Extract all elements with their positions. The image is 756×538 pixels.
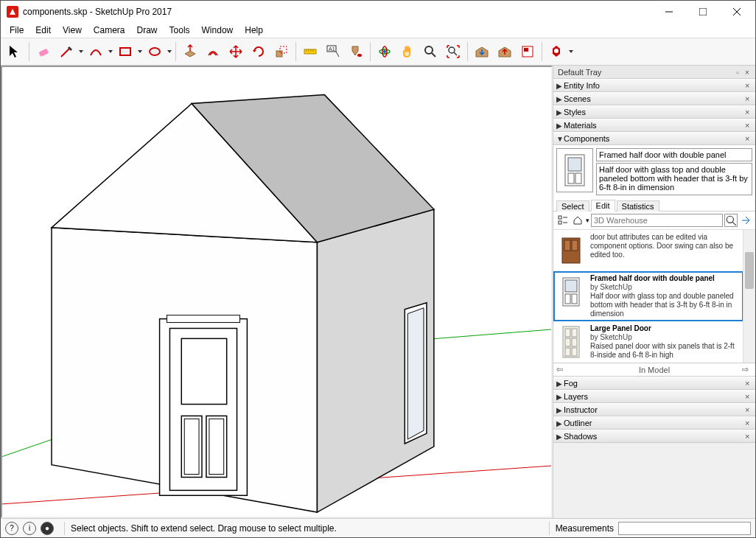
menu-camera[interactable]: Camera (88, 24, 131, 36)
search-input[interactable] (591, 214, 723, 227)
list-item-thumb (556, 233, 586, 268)
svg-rect-3 (699, 8, 707, 15)
component-desc-input[interactable]: Half door with glass top and double pane… (596, 163, 752, 195)
menu-draw[interactable]: Draw (131, 24, 164, 36)
minimize-button[interactable] (652, 1, 686, 23)
layout-tool[interactable] (517, 41, 539, 63)
paint-tool[interactable] (345, 41, 367, 63)
app-icon (7, 6, 18, 18)
svg-point-8 (150, 48, 160, 55)
warehouse-get-tool[interactable] (471, 41, 493, 63)
scrollbar-thumb[interactable] (745, 252, 754, 289)
svg-marker-45 (407, 308, 424, 439)
toolbar: A1 (1, 38, 755, 66)
tray-title-label: Default Tray (558, 68, 601, 77)
menu-view[interactable]: View (57, 24, 88, 36)
list-item[interactable]: Framed half door with double panel by Sk… (553, 271, 743, 321)
nav-fwd-icon[interactable]: ⇨ (742, 365, 752, 374)
panel-scenes[interactable]: ▶Scenes× (553, 92, 755, 105)
list-item[interactable]: door but attributes can be edited via co… (553, 230, 743, 271)
panel-styles[interactable]: ▶Styles× (553, 105, 755, 119)
zoom-extents-tool[interactable] (442, 41, 464, 63)
line-tool[interactable] (55, 41, 77, 63)
svg-rect-11 (304, 49, 316, 54)
panel-layers[interactable]: ▶Layers× (553, 390, 755, 403)
offset-tool[interactable] (202, 41, 224, 63)
components-list[interactable]: door but attributes can be edited via co… (553, 230, 755, 363)
panel-entity-info[interactable]: ▶Entity Info× (553, 79, 755, 92)
panel-components[interactable]: ▼Components× (553, 132, 755, 145)
svg-rect-42 (184, 419, 199, 474)
pan-tool[interactable] (396, 41, 419, 63)
orbit-tool[interactable] (374, 41, 396, 63)
list-item-thumb (556, 274, 586, 310)
warehouse-send-tool[interactable] (494, 41, 516, 63)
svg-rect-50 (559, 216, 561, 219)
rect-dropdown[interactable] (137, 41, 143, 63)
menu-help[interactable]: Help (239, 24, 269, 36)
svg-rect-27 (524, 48, 528, 52)
scale-tool[interactable] (270, 41, 293, 63)
menubar: File Edit View Camera Draw Tools Window … (1, 23, 755, 38)
panel-materials[interactable]: ▶Materials× (553, 119, 755, 132)
menu-edit[interactable]: Edit (29, 24, 57, 36)
tab-edit[interactable]: Edit (591, 200, 615, 212)
tray-close-icon[interactable]: × (743, 69, 751, 76)
search-button[interactable] (724, 214, 738, 227)
svg-rect-61 (565, 294, 570, 304)
details-button[interactable] (739, 214, 752, 227)
nav-back-icon[interactable]: ⇦ (556, 365, 567, 374)
panel-shadows[interactable]: ▶Shadows× (553, 430, 755, 443)
components-panel-body: Half door with glass top and double pane… (553, 145, 755, 377)
user-icon[interactable]: ● (41, 522, 54, 535)
pin-icon[interactable]: ▫ (734, 69, 741, 76)
help-icon[interactable]: ? (5, 522, 18, 535)
tape-tool[interactable] (299, 41, 321, 63)
svg-point-18 (357, 54, 362, 57)
components-tabs: Select Edit Statistics (553, 198, 755, 212)
menu-tools[interactable]: Tools (164, 24, 196, 36)
measurements-input[interactable] (618, 522, 751, 535)
components-toolbar: ▾ (553, 212, 755, 230)
circle-dropdown[interactable] (167, 41, 172, 63)
extension-tool[interactable] (545, 41, 567, 63)
maximize-button[interactable] (686, 1, 720, 23)
svg-rect-39 (181, 338, 226, 404)
text-tool[interactable]: A1 (322, 41, 344, 63)
component-name-input[interactable] (596, 148, 752, 161)
arc-tool[interactable] (85, 41, 107, 63)
arc-dropdown[interactable] (108, 41, 113, 63)
rotate-tool[interactable] (248, 41, 270, 63)
circle-tool[interactable] (144, 41, 166, 63)
svg-rect-51 (559, 221, 561, 224)
eraser-tool[interactable] (32, 41, 55, 63)
3d-viewport[interactable] (1, 66, 553, 518)
view-mode-button[interactable] (556, 214, 570, 227)
svg-text:A1: A1 (329, 46, 335, 52)
svg-rect-58 (572, 240, 578, 251)
close-button[interactable] (720, 1, 754, 23)
tab-select[interactable]: Select (556, 200, 589, 212)
zoom-tool[interactable] (419, 41, 441, 63)
status-hint: Select objects. Shift to extend select. … (71, 523, 543, 534)
extension-dropdown[interactable] (568, 41, 574, 63)
component-preview-thumb (556, 148, 593, 192)
panel-instructor[interactable]: ▶Instructor× (553, 403, 755, 416)
panel-outliner[interactable]: ▶Outliner× (553, 416, 755, 430)
info-icon[interactable]: i (23, 522, 36, 535)
svg-rect-49 (575, 173, 581, 184)
pushpull-tool[interactable] (179, 41, 201, 63)
tray-title[interactable]: Default Tray ▫ × (553, 66, 755, 79)
panel-fog[interactable]: ▶Fog× (553, 377, 755, 390)
menu-file[interactable]: File (4, 24, 29, 36)
move-tool[interactable] (225, 41, 247, 63)
measurements-label: Measurements (556, 523, 614, 534)
menu-window[interactable]: Window (196, 24, 239, 36)
list-item[interactable]: Large Panel Door by SketchUp Raised pane… (553, 321, 743, 363)
line-dropdown[interactable] (78, 41, 84, 63)
home-button[interactable] (571, 214, 584, 227)
select-tool[interactable] (4, 41, 26, 63)
rectangle-tool[interactable] (114, 41, 136, 63)
svg-line-25 (454, 52, 457, 55)
tab-statistics[interactable]: Statistics (617, 200, 659, 212)
